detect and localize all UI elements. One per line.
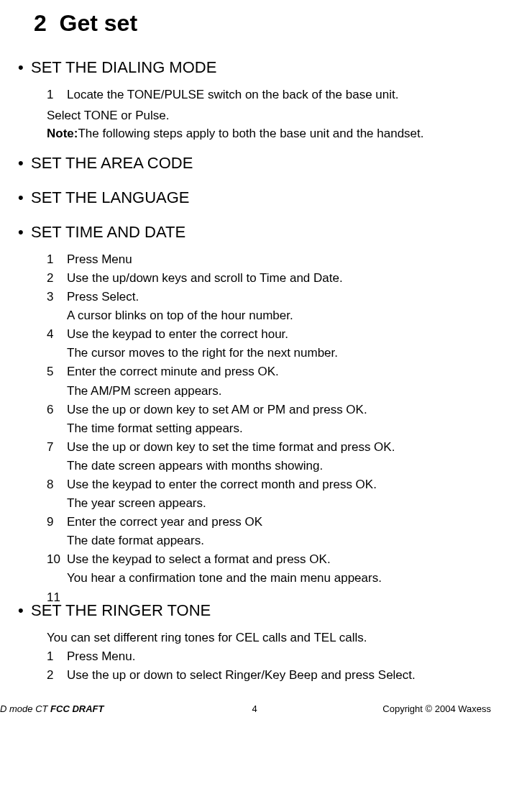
step-text: Press Select.: [67, 290, 139, 304]
section-heading: SET THE LANGUAGE: [31, 188, 189, 207]
intro-text: You can set different ring tones for CEL…: [47, 631, 491, 645]
step-text: Use the up/down keys and scroll to Time …: [67, 271, 343, 285]
step-subtext: A cursor blinks on top of the hour numbe…: [67, 308, 491, 324]
step-subtext: The AM/PM screen appears.: [67, 383, 491, 399]
step-text: Enter the correct minute and press OK.: [67, 365, 279, 378]
bullet-icon: •: [18, 190, 31, 206]
list-item: 3Press Select. A cursor blinks on top of…: [47, 289, 491, 324]
step-subtext: You hear a confirmation tone and the mai…: [67, 570, 491, 586]
section-heading: SET THE AREA CODE: [31, 154, 193, 173]
step-subtext: The year screen appears.: [67, 496, 491, 511]
step-text: Use the up or down key to set AM or PM a…: [67, 403, 367, 416]
body-line: Select TONE or Pulse.: [47, 109, 491, 123]
list-item: 1Press Menu: [47, 252, 491, 268]
footer-page-number: 4: [252, 703, 257, 714]
step-text: Use the up or down to select Ringer/Key …: [67, 668, 416, 682]
step-text: Enter the correct year and press OK: [67, 515, 262, 529]
list-item: 1Locate the TONE/PULSE switch on the bac…: [47, 87, 491, 103]
step-text: Press Menu.: [67, 649, 135, 663]
list-item: 6Use the up or down key to set AM or PM …: [47, 402, 491, 437]
bullet-icon: •: [18, 603, 31, 619]
section-dialing-mode: • SET THE DIALING MODE: [18, 50, 491, 84]
section-time-date: • SET TIME AND DATE: [18, 214, 491, 249]
footer-left-bold: FCC DRAFT: [50, 703, 104, 714]
section-area-code: • SET THE AREA CODE: [18, 145, 491, 180]
section-ringer-tone: • SET THE RINGER TONE: [18, 593, 491, 627]
bullet-icon: •: [18, 155, 31, 171]
step-subtext: The date screen appears with months show…: [67, 458, 491, 474]
step-text: Locate the TONE/PULSE switch on the back…: [67, 88, 398, 101]
page-footer: D mode CT FCC DRAFT 4 Copyright © 2004 W…: [0, 702, 509, 719]
list-item: 10Use the keypad to select a format and …: [47, 552, 491, 586]
ringer-body: You can set different ring tones for CEL…: [47, 631, 491, 684]
step-text: Use the keypad to enter the correct hour…: [67, 327, 288, 341]
step-text: Use the up or down key to set the time f…: [67, 440, 395, 454]
footer-left: D mode CT FCC DRAFT: [0, 703, 104, 714]
list-item: 9Enter the correct year and press OK The…: [47, 514, 491, 549]
step-text: Use the keypad to select a format and pr…: [67, 552, 331, 566]
bullet-icon: •: [18, 224, 31, 240]
footer-copyright: Copyright © 2004 Waxess: [382, 703, 491, 714]
section-heading: SET THE DIALING MODE: [31, 58, 216, 77]
note-text: The following steps apply to both the ba…: [78, 127, 423, 140]
footer-left-plain: D mode CT: [0, 703, 50, 714]
list-item: 5Enter the correct minute and press OK. …: [47, 364, 491, 398]
list-item: 2Use the up or down to select Ringer/Key…: [47, 667, 491, 683]
step-text: Press Menu: [67, 252, 132, 266]
section-language: • SET THE LANGUAGE: [18, 180, 491, 214]
time-body: 1Press Menu 2Use the up/down keys and sc…: [47, 252, 491, 587]
list-item: 2Use the up/down keys and scroll to Time…: [47, 270, 491, 286]
step-subtext: The date format appears.: [67, 533, 491, 549]
list-item: 1Press Menu.: [47, 649, 491, 665]
bullet-icon: •: [18, 60, 31, 76]
note-line: Note:The following steps apply to both t…: [47, 127, 491, 141]
chapter-name: Get set: [60, 10, 137, 36]
list-item: 7Use the up or down key to set the time …: [47, 439, 491, 474]
chapter-number: 2: [34, 10, 47, 36]
chapter-title: 2 Get set: [34, 10, 491, 37]
step-subtext: The time format setting appears.: [67, 421, 491, 437]
note-label: Note:: [47, 127, 78, 140]
step-text: Use the keypad to enter the correct mont…: [67, 478, 377, 491]
list-item: 4Use the keypad to enter the correct hou…: [47, 327, 491, 361]
list-item: 8Use the keypad to enter the correct mon…: [47, 477, 491, 511]
dialing-body: 1Locate the TONE/PULSE switch on the bac…: [47, 87, 491, 142]
step-subtext: The cursor moves to the right for the ne…: [67, 345, 491, 361]
section-heading: SET TIME AND DATE: [31, 223, 185, 242]
